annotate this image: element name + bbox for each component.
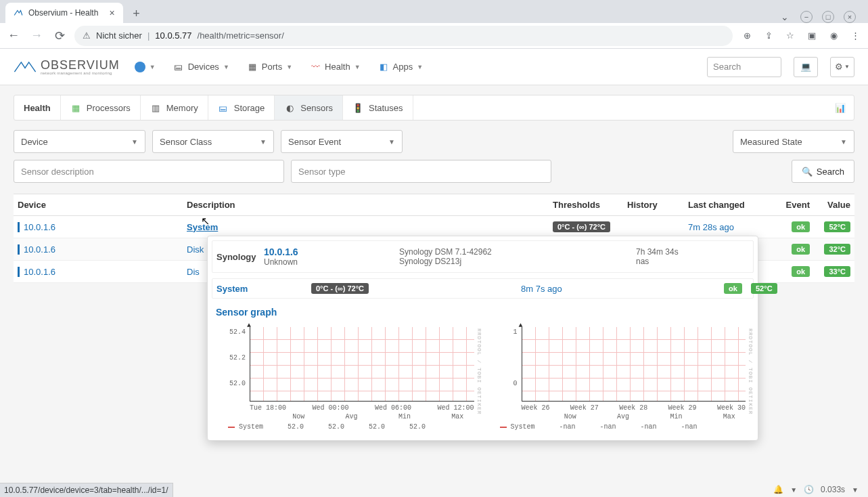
device-link[interactable]: 10.0.1.6: [24, 244, 55, 255]
nav-health[interactable]: 〰Health▼: [307, 58, 363, 77]
threshold-badge: 0°C - (∞) 72°C: [553, 221, 610, 232]
vendor-label: Synology: [216, 252, 264, 262]
sensor-value: 52°C: [751, 283, 777, 294]
url-path: /health/metric=sensor/: [198, 30, 284, 41]
browser-tabstrip: Observium - Health × + ⌄ − □ ×: [0, 0, 868, 23]
line-icon: [500, 427, 507, 428]
device-uptime: 7h 34m 34s: [636, 247, 749, 257]
memory-icon: ▥: [150, 102, 161, 113]
device-os: Synology DSM 7.1-42962: [399, 247, 636, 257]
forward-button[interactable]: →: [28, 28, 45, 44]
cpu-icon: ▦: [70, 102, 81, 113]
laptop-icon[interactable]: 💻: [794, 57, 818, 77]
nav-ports[interactable]: ▦Ports▼: [244, 58, 295, 77]
cube-icon: ◧: [378, 62, 389, 72]
device-ip[interactable]: 10.0.1.6: [264, 246, 399, 257]
description-link[interactable]: Dis: [187, 267, 200, 277]
tab-sensors[interactable]: ◐Sensors: [275, 95, 343, 120]
sensor-graph-week: ▲ 1 0 RRDTOOL / TOBI OETIKER Week 26 Wee…: [486, 322, 752, 433]
gear-icon[interactable]: ⚙▼: [830, 57, 854, 77]
sensor-threshold: 0°C - (∞) 72°C: [311, 283, 369, 294]
panel-icon[interactable]: ▣: [804, 28, 819, 43]
line-icon: [228, 427, 235, 428]
tooltip-header: Synology 10.0.1.6 Unknown Synology DSM 7…: [212, 240, 754, 273]
nav-devices[interactable]: 🖴Devices▼: [170, 58, 232, 77]
global-search-input[interactable]: Search: [707, 57, 781, 77]
device-type: nas: [636, 257, 749, 266]
chevron-down-icon[interactable]: ⌄: [779, 11, 791, 23]
url-host: 10.0.5.77: [155, 30, 191, 41]
brand-subtitle: network management and monitoring: [41, 71, 120, 75]
sensor-tooltip: Synology 10.0.1.6 Unknown Synology DSM 7…: [207, 236, 758, 441]
device-status: Unknown: [264, 257, 399, 267]
search-icon: 🔍: [802, 167, 813, 177]
col-thresholds: Thresholds: [553, 200, 627, 210]
window-controls: ⌄ − □ ×: [779, 11, 863, 23]
server-icon: 🖴: [173, 62, 184, 72]
brand-logo[interactable]: OBSERVIUM network management and monitor…: [14, 59, 120, 75]
sensor-changed[interactable]: 8m 7s ago: [521, 284, 562, 294]
device-link[interactable]: 10.0.1.6: [24, 267, 55, 277]
search-button[interactable]: 🔍Search: [792, 160, 854, 183]
filter-sensor-class[interactable]: Sensor Class▼: [152, 130, 274, 153]
tab-title: Observium - Health: [28, 8, 98, 18]
event-badge: ok: [792, 244, 810, 255]
last-changed-link[interactable]: 7m 28s ago: [688, 222, 734, 232]
nav-globe[interactable]: ▼: [132, 58, 158, 77]
filter-row: Device▼ Sensor Class▼ Sensor Event▼ Meas…: [14, 130, 854, 153]
health-tabs: Health ▦Processors ▥Memory 🖴Storage ◐Sen…: [14, 95, 854, 121]
graph-title: Sensor graph: [212, 305, 754, 322]
clock-icon: 🕓: [804, 485, 814, 494]
graph-toggle-icon[interactable]: 📊: [827, 95, 854, 120]
security-label: Nicht sicher: [96, 30, 142, 41]
timing-label: 0.033s: [821, 485, 845, 494]
sensor-name[interactable]: System: [216, 284, 311, 294]
filter-sensor-event[interactable]: Sensor Event▼: [281, 130, 403, 153]
gauge-icon: ◐: [284, 102, 295, 113]
filter-device[interactable]: Device▼: [14, 130, 145, 153]
bookmark-icon[interactable]: ☆: [783, 28, 798, 43]
window-close-icon[interactable]: ×: [844, 11, 856, 23]
value-badge: 52°C: [824, 221, 850, 232]
maximize-icon[interactable]: □: [822, 11, 834, 23]
device-hw: Synology DS213j: [399, 257, 636, 266]
value-badge: 33°C: [824, 266, 850, 277]
sensor-event: ok: [724, 283, 742, 294]
address-bar[interactable]: ⚠ Nicht sicher | 10.0.5.77/health/metric…: [74, 26, 733, 46]
col-device: Device: [18, 200, 187, 210]
description-link[interactable]: System: [187, 222, 218, 232]
chevron-down-icon[interactable]: ▼: [852, 486, 859, 494]
nav-apps[interactable]: ◧Apps▼: [375, 58, 426, 77]
browser-toolbar: ← → ⟳ ⚠ Nicht sicher | 10.0.5.77/health/…: [0, 23, 868, 49]
tab-processors[interactable]: ▦Processors: [61, 95, 141, 120]
value-badge: 32°C: [824, 244, 850, 255]
share-icon[interactable]: ⇪: [761, 28, 776, 43]
browser-tab[interactable]: Observium - Health ×: [5, 3, 123, 23]
tab-storage[interactable]: 🖴Storage: [208, 95, 275, 120]
input-sensor-description[interactable]: Sensor description: [14, 160, 284, 183]
tab-memory[interactable]: ▥Memory: [141, 95, 208, 120]
bell-icon[interactable]: 🔔: [773, 485, 783, 494]
kebab-icon[interactable]: ⋮: [848, 28, 863, 43]
new-tab-button[interactable]: +: [127, 4, 146, 23]
back-button[interactable]: ←: [5, 28, 22, 44]
device-link[interactable]: 10.0.1.6: [24, 222, 55, 232]
account-icon[interactable]: ◉: [826, 28, 841, 43]
filter-measured-state[interactable]: Measured State▼: [733, 130, 854, 153]
hover-url: 10.0.5.77/device/device=3/tab=health/...…: [0, 483, 173, 497]
input-sensor-type[interactable]: Sensor type: [291, 160, 551, 183]
col-history: History: [627, 200, 688, 210]
minimize-icon[interactable]: −: [800, 11, 813, 23]
translate-icon[interactable]: ⊕: [739, 28, 754, 43]
tooltip-sensor-row: System 0°C - (∞) 72°C 8m 7s ago ok 52°C: [212, 278, 754, 299]
reload-button[interactable]: ⟳: [51, 28, 68, 44]
close-icon[interactable]: ×: [109, 7, 114, 18]
col-value: Value: [810, 200, 850, 210]
sensor-graph-day: ▲ 52.4 52.2 52.0 RRDTOOL / TOBI OETIKER …: [214, 322, 480, 433]
col-event: Event: [762, 200, 810, 210]
tab-health-main[interactable]: Health: [14, 95, 61, 120]
event-badge: ok: [792, 266, 810, 277]
tab-statuses[interactable]: 🚦Statuses: [343, 95, 413, 120]
graph-container: ▲ 52.4 52.2 52.0 RRDTOOL / TOBI OETIKER …: [212, 322, 754, 436]
chevron-down-icon[interactable]: ▼: [790, 486, 797, 494]
